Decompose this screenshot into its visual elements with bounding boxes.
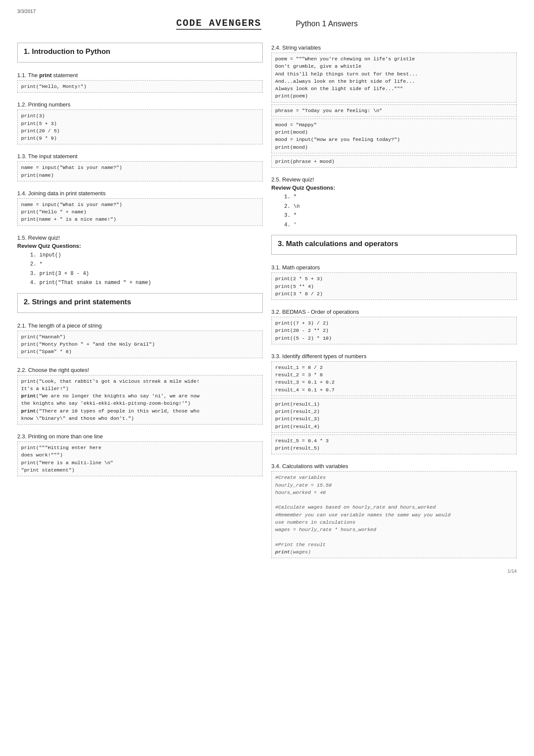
subsection-1-3: 1.3. The input statement name = input("W…: [17, 151, 263, 183]
subsection-2-5-label: 2.5. Review quiz!: [271, 176, 517, 183]
subsection-3-4-label: 3.4. Calculations with variables: [271, 463, 517, 469]
section-3-heading: 3. Math calculations and operators: [278, 240, 510, 248]
subsection-1-1: 1.1. The print statement print("Hello, M…: [17, 70, 263, 94]
subsection-1-2-label: 1.2. Printing numbers: [17, 101, 263, 108]
code-3-3-3: result_5 = 0.4 * 3 print(result_5): [271, 434, 517, 455]
code-2-4-3: mood = "Happy" print(mood) mood = input(…: [271, 119, 517, 153]
subsection-2-1: 2.1. The length of a piece of string pri…: [17, 321, 263, 360]
subsection-3-3: 3.3. Identify different types of numbers…: [271, 351, 517, 456]
page-footer: 1/14: [17, 569, 517, 574]
code-2-4-4: print(phrase + mood): [271, 155, 517, 168]
code-2-4-1: poem = """When you're chewing on life's …: [271, 53, 517, 103]
code-3-3-2: print(result_1) print(result_2) print(re…: [271, 398, 517, 433]
subsection-1-1-label: 1.1. The print statement: [17, 72, 263, 78]
section-1-heading: 1. Introduction to Python: [24, 47, 256, 56]
subsection-2-2: 2.2. Choose the right quotes! print("Loo…: [17, 365, 263, 427]
page-header: CODE AVENGERS Python 1 Answers: [17, 18, 517, 30]
review-quiz-1-label: Review Quiz Questions:: [17, 243, 263, 249]
code-2-3: print("""Hitting enter here does work!""…: [17, 441, 263, 476]
section-3-box: 3. Math calculations and operators: [271, 235, 517, 255]
subsection-2-4: 2.4. String variables poem = """When you…: [271, 43, 517, 169]
subsection-1-5: 1.5. Review quiz! Review Quiz Questions:…: [17, 233, 263, 288]
subsection-2-4-label: 2.4. String variables: [271, 44, 517, 51]
code-1-4: name = input("What is your name?") print…: [17, 198, 263, 226]
code-1-3: name = input("What is your name?") print…: [17, 161, 263, 181]
code-1-1: print("Hello, Monty!"): [17, 80, 263, 93]
list-item: 1. input(): [30, 251, 263, 260]
code-2-1: print("Hannah") print("Monty Python " + …: [17, 331, 263, 358]
page-title: Python 1 Answers: [296, 19, 358, 28]
section-1-number: 1.: [24, 47, 30, 56]
subsection-3-2: 3.2. BEDMAS - Order of operations print(…: [271, 307, 517, 346]
logo: CODE AVENGERS: [176, 18, 261, 30]
section-1-title: Introduction to Python: [32, 47, 110, 56]
print-keyword: print: [39, 72, 52, 78]
subsection-1-4-label: 1.4. Joining data in print statements: [17, 190, 263, 197]
list-item: 3. print(3 + 8 - 4): [30, 269, 263, 279]
right-column: 2.4. String variables poem = """When you…: [271, 43, 517, 560]
list-item: 2. *: [30, 260, 263, 269]
date: 3/3/2017: [17, 9, 517, 14]
subsection-3-1: 3.1. Math operators print(2 * 5 + 3) pri…: [271, 262, 517, 302]
code-2-4-2: phrase = "Today you are feeling: \n": [271, 104, 517, 117]
subsection-2-3-label: 2.3. Printing on more than one line: [17, 433, 263, 440]
section-2-number: 2.: [24, 298, 30, 306]
subsection-2-5: 2.5. Review quiz! Review Quiz Questions:…: [271, 175, 517, 230]
section-1-box: 1. Introduction to Python: [17, 43, 263, 62]
code-3-2: print((7 + 3) / 2) print(20 - 2 ** 2) pr…: [271, 317, 517, 344]
list-item: 3. ": [284, 211, 517, 221]
code-2-2: print("Look, that rabbit's got a vicious…: [17, 375, 263, 425]
subsection-1-2: 1.2. Printing numbers print(3) print(5 +…: [17, 100, 263, 146]
review-quiz-2-list: 1. " 2. \n 3. " 4. ': [271, 193, 517, 230]
subsection-3-3-label: 3.3. Identify different types of numbers: [271, 353, 517, 359]
subsection-1-5-label: 1.5. Review quiz!: [17, 234, 263, 241]
review-quiz-2-label: Review Quiz Questions:: [271, 184, 517, 191]
code-1-2: print(3) print(5 + 3) print(20 / 5) prin…: [17, 109, 263, 144]
section-2-box: 2. Strings and print statements: [17, 293, 263, 313]
subsection-1-4: 1.4. Joining data in print statements na…: [17, 188, 263, 228]
list-item: 4. print("That snake is named " + name): [30, 278, 263, 288]
review-quiz-1-list: 1. input() 2. * 3. print(3 + 8 - 4) 4. p…: [17, 251, 263, 288]
section-2-title: Strings and print statements: [32, 298, 131, 306]
list-item: 2. \n: [284, 202, 517, 212]
subsection-3-2-label: 3.2. BEDMAS - Order of operations: [271, 309, 517, 315]
subsection-3-4: 3.4. Calculations with variables #Create…: [271, 461, 517, 560]
code-3-3-1: result_1 = 8 / 2 result_2 = 3 * 8 result…: [271, 361, 517, 396]
subsection-2-3: 2.3. Printing on more than one line prin…: [17, 431, 263, 478]
code-3-4: #Create variables hourly_rate = 15.50 ho…: [271, 471, 517, 558]
page-number: 1/14: [508, 569, 517, 574]
list-item: 4. ': [284, 221, 517, 230]
subsection-2-1-label: 2.1. The length of a piece of string: [17, 322, 263, 329]
code-3-1: print(2 * 5 + 3) print(5 ** 4) print(3 *…: [271, 272, 517, 300]
subsection-3-1-label: 3.1. Math operators: [271, 264, 517, 271]
left-column: 1. Introduction to Python 1.1. The print…: [17, 43, 263, 560]
subsection-2-2-label: 2.2. Choose the right quotes!: [17, 367, 263, 373]
section-3-number: 3.: [278, 240, 284, 248]
main-content: 1. Introduction to Python 1.1. The print…: [17, 43, 517, 560]
subsection-1-3-label: 1.3. The input statement: [17, 153, 263, 159]
list-item: 1. ": [284, 193, 517, 202]
section-3-title: Math calculations and operators: [286, 240, 398, 248]
section-2-heading: 2. Strings and print statements: [24, 298, 256, 306]
